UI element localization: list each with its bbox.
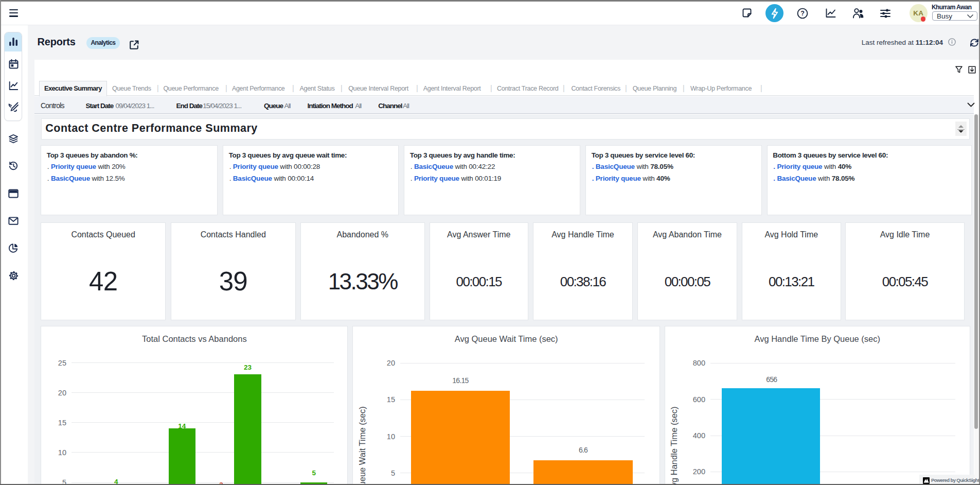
svg-text:?: ? [800,10,805,17]
